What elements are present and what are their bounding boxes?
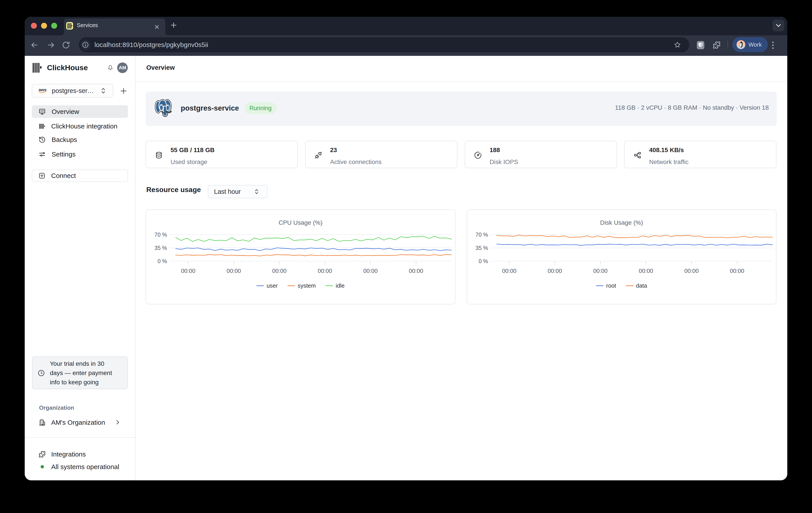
svg-text:0 %: 0 % [478, 258, 488, 264]
svg-text:00:00: 00:00 [684, 267, 699, 274]
svg-text:00:00: 00:00 [363, 267, 378, 274]
svg-text:35 %: 35 % [154, 245, 167, 251]
svg-text:00:00: 00:00 [318, 267, 332, 274]
svg-text:00:00: 00:00 [409, 267, 423, 274]
svg-text:00:00: 00:00 [272, 267, 286, 274]
svg-text:00:00: 00:00 [502, 267, 516, 274]
svg-text:70 %: 70 % [154, 232, 167, 238]
svg-text:35 %: 35 % [475, 245, 488, 251]
svg-text:00:00: 00:00 [639, 267, 653, 274]
svg-text:0 %: 0 % [157, 258, 167, 264]
svg-text:70 %: 70 % [475, 232, 488, 238]
svg-text:00:00: 00:00 [730, 267, 744, 274]
svg-text:00:00: 00:00 [593, 267, 607, 274]
svg-text:00:00: 00:00 [227, 267, 241, 274]
svg-text:00:00: 00:00 [181, 267, 195, 274]
svg-text:00:00: 00:00 [548, 267, 562, 274]
